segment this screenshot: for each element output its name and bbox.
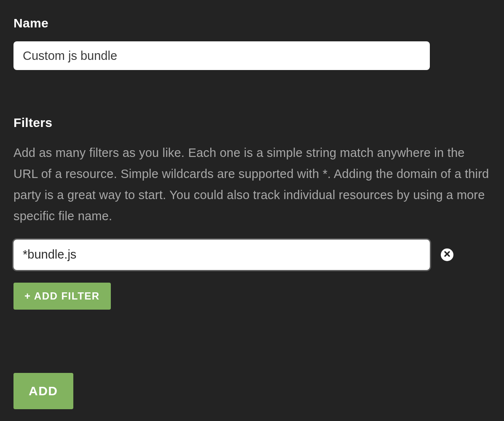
name-label: Name xyxy=(13,16,491,30)
add-button[interactable]: ADD xyxy=(13,373,73,409)
filters-description: Add as many filters as you like. Each on… xyxy=(13,143,490,227)
filter-input[interactable] xyxy=(13,240,430,270)
add-filter-button[interactable]: + ADD FILTER xyxy=(13,283,111,310)
filters-label: Filters xyxy=(13,116,491,130)
name-input[interactable] xyxy=(13,41,430,70)
remove-filter-button[interactable] xyxy=(441,248,453,261)
filter-row xyxy=(13,240,491,270)
close-icon xyxy=(444,251,450,258)
